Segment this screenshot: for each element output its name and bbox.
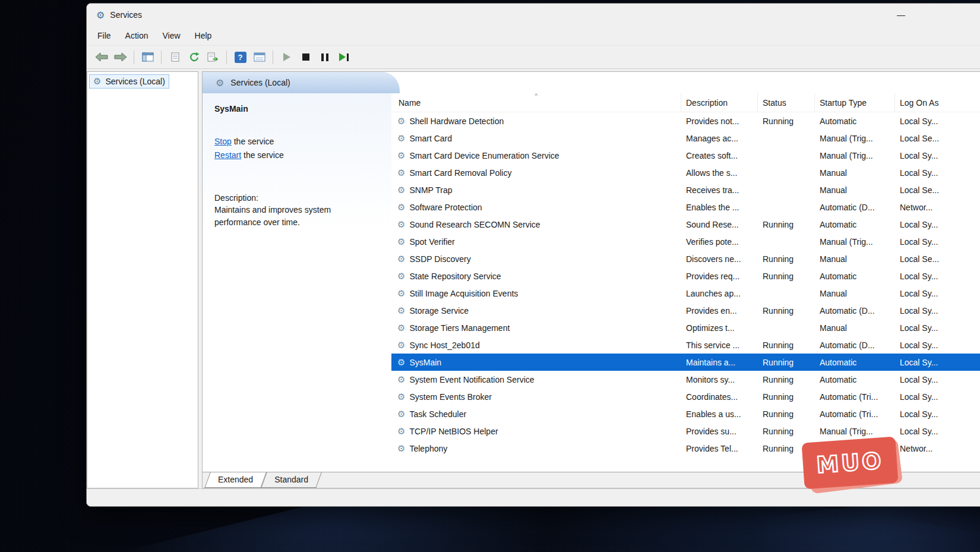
console-content: ⚙ Services (Local) ⚙ Services (Local) Sy… (87, 69, 980, 488)
service-row[interactable]: ⚙ Task Scheduler Enables a us... Running… (391, 405, 980, 422)
column-header-description[interactable]: Description (681, 93, 758, 112)
service-gear-icon: ⚙ (397, 168, 405, 178)
stop-service-button[interactable] (297, 49, 314, 65)
service-gear-icon: ⚙ (397, 219, 405, 230)
service-startup-type-cell: Manual (815, 254, 895, 264)
service-row[interactable]: ⚙ Sound Research SECOMN Service Sound Re… (391, 216, 980, 233)
menu-bar: File Action View Help (87, 26, 980, 45)
service-gear-icon: ⚙ (397, 392, 405, 402)
service-description-cell: Provides en... (681, 306, 758, 316)
forward-button[interactable] (112, 49, 129, 65)
minimize-button[interactable]: — (887, 4, 915, 26)
table-header-row: ^ Name Description Status Startup Type (391, 93, 980, 112)
menu-view[interactable]: View (155, 28, 187, 43)
extended-view: SysMain Stop the service Restart the ser… (203, 93, 980, 472)
service-row[interactable]: ⚙ Smart Card Removal Policy Allows the s… (391, 164, 980, 181)
console-tree-icon (142, 52, 154, 62)
main-header-label: Services (Local) (230, 78, 290, 87)
service-row[interactable]: ⚙ Smart Card Manages ac... Manual (Trig.… (391, 130, 980, 147)
column-header-status[interactable]: Status (758, 93, 815, 112)
service-row[interactable]: ⚙ Shell Hardware Detection Provides not.… (391, 112, 980, 130)
export-list-button[interactable] (204, 49, 222, 65)
service-name-cell: Sound Research SECOMN Service (409, 220, 540, 229)
refresh-button[interactable] (185, 49, 203, 65)
restart-service-button[interactable] (335, 49, 352, 65)
service-row[interactable]: ⚙ SysMain Maintains a... Running Automat… (391, 354, 980, 371)
toolbar: ? (87, 45, 980, 69)
desktop: { "window": { "title": "Services", "cont… (0, 0, 980, 552)
service-description-cell: Monitors sy... (681, 375, 758, 384)
properties-icon (171, 52, 179, 62)
service-name-cell: Sync Host_2eb01d (409, 340, 479, 350)
tab-standard[interactable]: Standard (263, 472, 320, 488)
play-icon (283, 53, 290, 61)
service-startup-type-cell: Manual (Trig... (815, 427, 895, 436)
service-log-on-cell: Local Sy... (895, 306, 980, 316)
sort-ascending-icon: ^ (535, 93, 537, 99)
column-header-log-on-as[interactable]: Log On As (895, 93, 980, 112)
service-log-on-cell: Local Sy... (895, 340, 980, 350)
menu-action[interactable]: Action (118, 28, 156, 43)
service-row[interactable]: ⚙ Still Image Acquisition Events Launche… (391, 285, 980, 302)
service-startup-type-cell: Manual (Trig... (815, 151, 895, 160)
properties-button[interactable] (166, 49, 184, 65)
header-gear-icon: ⚙ (216, 77, 224, 89)
service-gear-icon: ⚙ (397, 443, 405, 454)
service-description-cell: Verifies pote... (681, 237, 758, 247)
service-row[interactable]: ⚙ Smart Card Device Enumeration Service … (391, 147, 980, 164)
help-button[interactable]: ? (232, 49, 249, 65)
restart-service-link[interactable]: Restart (214, 150, 241, 160)
service-status-cell: Running (758, 358, 815, 367)
menu-help[interactable]: Help (188, 28, 219, 43)
app-gear-icon: ⚙ (96, 10, 105, 21)
service-table-body: ⚙ Shell Hardware Detection Provides not.… (391, 112, 980, 472)
service-row[interactable]: ⚙ Storage Tiers Management Optimizes t..… (391, 319, 980, 336)
service-row[interactable]: ⚙ Sync Host_2eb01d This service ... Runn… (391, 336, 980, 354)
tree-item-label: Services (Local) (105, 77, 165, 86)
main-panel: ⚙ Services (Local) SysMain Stop the serv… (202, 71, 980, 488)
service-row[interactable]: ⚙ System Events Broker Coordinates... Ru… (391, 388, 980, 405)
service-log-on-cell: Local Sy... (895, 358, 980, 367)
tree-item-services-local[interactable]: ⚙ Services (Local) (89, 74, 169, 89)
show-console-tree-button[interactable] (139, 49, 156, 65)
service-description-cell: Provides su... (681, 427, 758, 436)
service-startup-type-cell: Automatic (815, 272, 895, 281)
service-description-cell: Manages ac... (681, 134, 758, 143)
service-gear-icon: ⚙ (397, 374, 405, 385)
tab-extended[interactable]: Extended (206, 472, 265, 488)
stop-icon (302, 53, 309, 61)
service-status-cell: Running (758, 427, 815, 436)
refresh-icon (189, 52, 200, 62)
service-row[interactable]: ⚙ State Repository Service Provides req.… (391, 267, 980, 285)
service-log-on-cell: Networ... (895, 203, 980, 212)
service-description-cell: Receives tra... (681, 185, 758, 195)
service-log-on-cell: Local Sy... (895, 409, 980, 419)
service-log-on-cell: Local Sy... (895, 289, 980, 298)
service-row[interactable]: ⚙ SNMP Trap Receives tra... Manual Local… (391, 181, 980, 198)
display-options-button[interactable] (251, 49, 268, 65)
start-service-button[interactable] (278, 49, 295, 65)
toolbar-separator (273, 51, 273, 64)
service-gear-icon: ⚙ (397, 288, 405, 299)
service-row[interactable]: ⚙ System Event Notification Service Moni… (391, 371, 980, 388)
service-status-cell: Running (758, 254, 815, 264)
service-log-on-cell: Local Se... (895, 254, 980, 264)
service-action-links: Stop the service Restart the service (214, 135, 381, 162)
service-description-block: Description: Maintains and improves syst… (214, 192, 368, 228)
pause-service-button[interactable] (316, 49, 333, 65)
service-row[interactable]: ⚙ Software Protection Enables the ... Au… (391, 198, 980, 216)
column-header-startup-type[interactable]: Startup Type (815, 93, 895, 112)
service-row[interactable]: ⚙ Spot Verifier Verifies pote... Manual … (391, 233, 980, 250)
service-row[interactable]: ⚙ Storage Service Provides en... Running… (391, 302, 980, 319)
stop-service-link[interactable]: Stop (214, 137, 232, 146)
service-status-cell: Running (758, 409, 815, 419)
service-name-cell: System Events Broker (409, 392, 492, 402)
service-info-pane: SysMain Stop the service Restart the ser… (203, 93, 391, 472)
menu-file[interactable]: File (90, 28, 118, 43)
back-button[interactable] (93, 49, 110, 65)
console-tree-panel: ⚙ Services (Local) (87, 71, 198, 488)
muo-watermark-tag: MUO (801, 437, 898, 490)
service-row[interactable]: ⚙ SSDP Discovery Discovers ne... Running… (391, 250, 980, 267)
column-header-name[interactable]: ^ Name (391, 93, 681, 112)
service-description-cell: This service ... (681, 340, 758, 350)
